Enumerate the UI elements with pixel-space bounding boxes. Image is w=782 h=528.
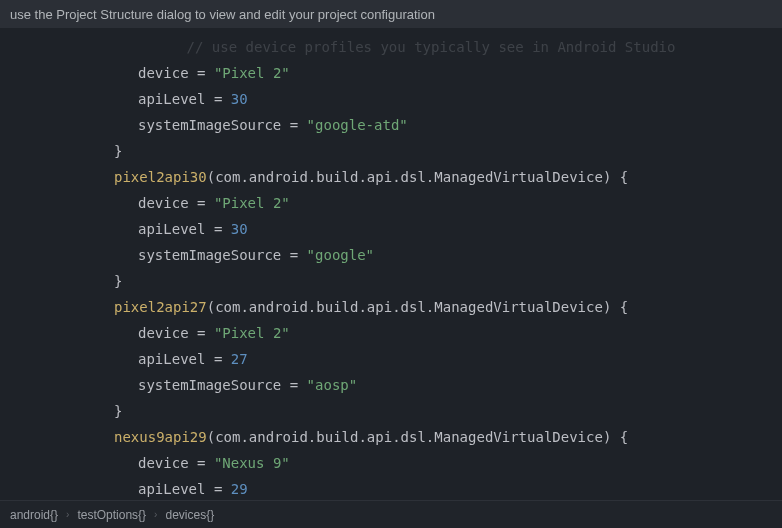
breadcrumbs: android{} › testOptions{} › devices{} (0, 500, 782, 528)
notification-text: use the Project Structure dialog to view… (10, 7, 435, 22)
code-editor[interactable]: // use device profiles you typically see… (0, 28, 782, 500)
code-line: } (18, 268, 782, 294)
code-line: apiLevel = 29 (18, 476, 782, 500)
chevron-right-icon: › (154, 509, 157, 520)
code-line: // use device profiles you typically see… (18, 34, 782, 60)
code-line: device = "Nexus 9" (18, 450, 782, 476)
notification-bar[interactable]: use the Project Structure dialog to view… (0, 0, 782, 28)
breadcrumb-item[interactable]: devices{} (165, 508, 214, 522)
code-body[interactable]: // use device profiles you typically see… (18, 28, 782, 500)
chevron-right-icon: › (66, 509, 69, 520)
code-line: } (18, 138, 782, 164)
code-line: pixel2api30(com.android.build.api.dsl.Ma… (18, 164, 782, 190)
code-line: device = "Pixel 2" (18, 190, 782, 216)
breadcrumb-item[interactable]: android{} (10, 508, 58, 522)
code-line: apiLevel = 30 (18, 216, 782, 242)
code-line: apiLevel = 30 (18, 86, 782, 112)
breadcrumb-item[interactable]: testOptions{} (77, 508, 146, 522)
code-line: } (18, 398, 782, 424)
code-line: pixel2api27(com.android.build.api.dsl.Ma… (18, 294, 782, 320)
code-line: systemImageSource = "aosp" (18, 372, 782, 398)
code-line: systemImageSource = "google" (18, 242, 782, 268)
code-line: device = "Pixel 2" (18, 60, 782, 86)
code-line: systemImageSource = "google-atd" (18, 112, 782, 138)
code-line: apiLevel = 27 (18, 346, 782, 372)
code-line: nexus9api29(com.android.build.api.dsl.Ma… (18, 424, 782, 450)
code-line: device = "Pixel 2" (18, 320, 782, 346)
gutter (0, 28, 18, 500)
